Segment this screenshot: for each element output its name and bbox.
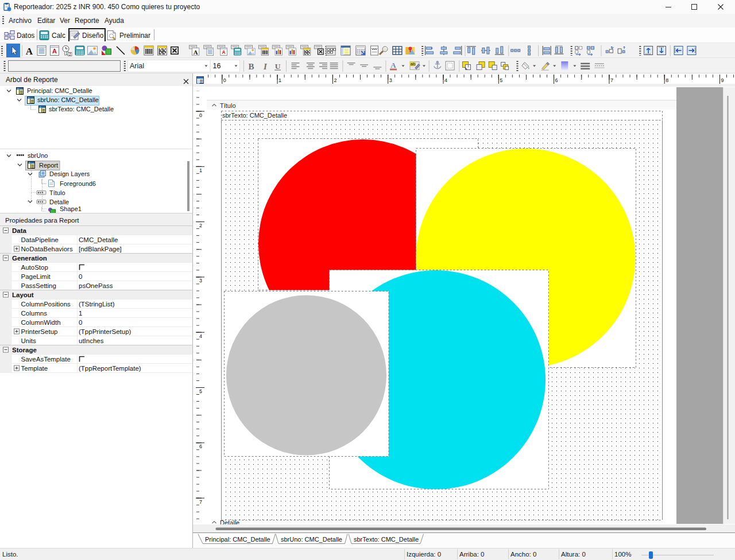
svg-text:A: A [194, 49, 198, 56]
svg-text:Storage: Storage [12, 347, 37, 353]
svg-text:6: 6 [555, 77, 558, 83]
svg-text:9: 9 [721, 77, 724, 83]
svg-text:3: 3 [199, 278, 202, 283]
svg-text:Template: Template [21, 365, 48, 372]
svg-text:(TStringList): (TStringList) [79, 301, 115, 308]
svg-text:7: 7 [199, 499, 202, 505]
svg-text:NoDataBehaviors: NoDataBehaviors [21, 246, 73, 252]
svg-text:AutoStop: AutoStop [21, 264, 48, 271]
svg-text:ColumnWidth: ColumnWidth [21, 319, 61, 326]
svg-text:2: 2 [334, 77, 336, 83]
svg-text:sbrTexto: CMC_Detalle: sbrTexto: CMC_Detalle [354, 536, 419, 543]
svg-text:psOnePass: psOnePass [79, 282, 113, 289]
svg-text:[ndBlankPage]: [ndBlankPage] [79, 246, 122, 252]
svg-text:0: 0 [79, 319, 82, 326]
svg-text:PassSetting: PassSetting [21, 282, 56, 289]
svg-text:A: A [222, 49, 226, 55]
svg-text:U: U [275, 62, 281, 71]
svg-text:Principal: CMC_Detalle: Principal: CMC_Detalle [205, 536, 270, 543]
svg-text:I: I [263, 62, 268, 71]
svg-text:Título: Título [49, 189, 65, 196]
svg-text:0: 0 [199, 112, 202, 118]
svg-text:utInches: utInches [79, 337, 104, 344]
svg-text:7: 7 [610, 77, 613, 83]
svg-text:B: B [248, 62, 254, 71]
svg-text:2: 2 [199, 223, 202, 228]
svg-text:Shape1: Shape1 [60, 205, 82, 212]
svg-text:DataPipeline: DataPipeline [21, 236, 59, 243]
svg-text:1: 1 [278, 77, 281, 83]
svg-text:sbrTexto: CMC_Detalle: sbrTexto: CMC_Detalle [49, 106, 114, 112]
svg-text:Título: Título [220, 102, 236, 109]
svg-text:ab: ab [411, 61, 416, 67]
svg-text:0: 0 [79, 273, 82, 280]
svg-text:A: A [26, 46, 33, 57]
svg-text:8: 8 [666, 77, 668, 83]
svg-text:A: A [52, 48, 57, 55]
svg-text:sbrUno: CMC_Detalle: sbrUno: CMC_Detalle [281, 536, 342, 543]
svg-text:Generation: Generation [12, 255, 47, 262]
svg-text:4: 4 [444, 77, 447, 83]
svg-text:5: 5 [199, 388, 202, 394]
svg-text:sbrUno: sbrUno [28, 152, 48, 159]
svg-text:5: 5 [500, 77, 502, 83]
svg-text:Design Layers: Design Layers [49, 170, 90, 177]
svg-text:16: 16 [213, 62, 221, 70]
svg-text:SaveAsTemplate: SaveAsTemplate [21, 356, 71, 363]
svg-text:3: 3 [389, 77, 392, 83]
svg-text:Data: Data [12, 227, 27, 234]
svg-text:PageLimit: PageLimit [21, 273, 51, 280]
svg-text:Principal: CMC_Detalle: Principal: CMC_Detalle [27, 87, 92, 94]
svg-text:0: 0 [223, 77, 226, 83]
svg-text:1: 1 [79, 310, 82, 317]
svg-text:1: 1 [199, 168, 202, 173]
svg-text:Foreground6: Foreground6 [60, 180, 96, 187]
svg-text:ColumnPositions: ColumnPositions [21, 301, 71, 308]
svg-text:sbrTexto: CMC_Detalle: sbrTexto: CMC_Detalle [222, 112, 287, 119]
svg-text:A: A [390, 61, 396, 69]
svg-text:Arial: Arial [130, 62, 144, 70]
svg-text:6: 6 [199, 444, 202, 449]
svg-text:Detalle: Detalle [49, 199, 69, 205]
svg-text:4: 4 [199, 333, 202, 339]
svg-text:Columns: Columns [21, 310, 48, 317]
svg-text:CMC_Detalle: CMC_Detalle [79, 236, 118, 243]
svg-text:1: 1 [65, 51, 68, 55]
svg-text:(TppReportTemplate): (TppReportTemplate) [79, 365, 141, 372]
svg-text:PrinterSetup: PrinterSetup [21, 328, 58, 335]
svg-text:Units: Units [21, 337, 36, 344]
svg-text:(TppPrinterSetup): (TppPrinterSetup) [79, 328, 131, 335]
svg-text:Report: Report [39, 162, 58, 169]
svg-text:Layout: Layout [12, 291, 34, 298]
svg-text:sbrUno: CMC_Detalle: sbrUno: CMC_Detalle [37, 96, 99, 103]
svg-text:2: 2 [69, 52, 71, 56]
